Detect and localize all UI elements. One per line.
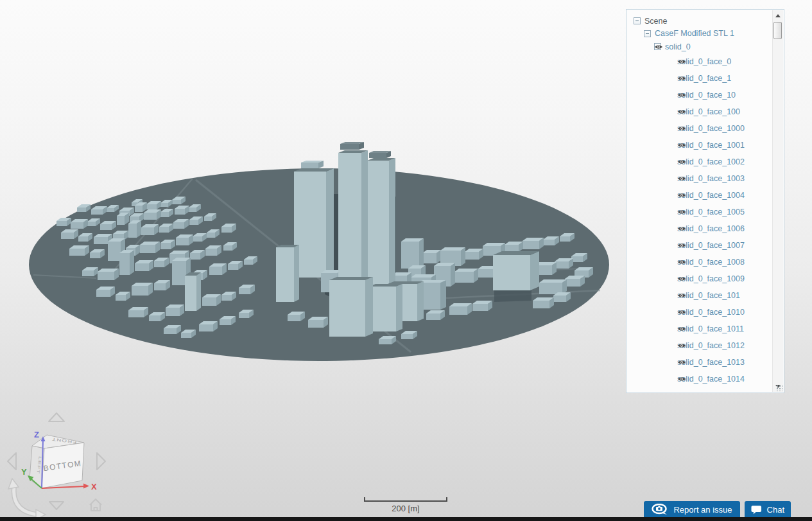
tree-item-model[interactable]: CaseF Modified STL 1 (627, 27, 772, 40)
tree-item-label: solid_0_face_101 (677, 291, 740, 300)
scale-bar-label: 200 [m] (364, 504, 447, 513)
tree-item-label: CaseF Modified STL 1 (655, 29, 734, 38)
application-window: Scene CaseF Modified STL 1 solid_0 solid… (0, 0, 812, 521)
window-bottom-edge (0, 517, 812, 521)
tree-item-label: solid_0_face_1008 (677, 258, 745, 267)
eye-icon[interactable] (654, 44, 663, 50)
eye-icon[interactable] (677, 376, 686, 382)
eye-icon[interactable] (677, 326, 686, 332)
chat-button[interactable]: Chat (745, 501, 791, 518)
home-icon[interactable] (90, 499, 101, 511)
tree-item-face[interactable]: solid_0_face_1009 (627, 270, 772, 287)
tree-item-label: solid_0_face_1006 (677, 224, 745, 233)
rotate-up-arrow[interactable] (49, 413, 64, 421)
y-axis-label: Y (21, 467, 27, 477)
tree-item-face[interactable]: solid_0_face_1007 (627, 237, 772, 254)
tree-item-label: solid_0_face_1003 (677, 174, 745, 183)
eye-icon[interactable] (677, 125, 686, 132)
tree-item-face[interactable]: solid_0_face_1005 (627, 204, 772, 220)
z-axis-label: Z (34, 430, 39, 439)
tree-item-face[interactable]: solid_0_face_10 (627, 87, 772, 103)
tree-item-face[interactable]: solid_0_face_1012 (627, 337, 772, 354)
scale-bar-line (364, 497, 447, 502)
eye-icon[interactable] (677, 159, 686, 165)
tree-item-label: solid_0_face_1004 (677, 191, 745, 200)
eye-icon[interactable] (677, 209, 686, 215)
collapse-icon[interactable] (644, 30, 651, 37)
eye-icon[interactable] (677, 225, 686, 232)
scrollbar-thumb[interactable] (773, 22, 782, 39)
eye-icon[interactable] (677, 276, 686, 282)
camera-bubble-icon (652, 504, 668, 515)
tree-item-label: solid_0_face_1007 (677, 241, 745, 250)
tree-item-label: solid_0_face_1000 (677, 124, 745, 133)
tree-item-label: solid_0_face_100 (677, 107, 740, 116)
eye-icon[interactable] (677, 292, 686, 299)
tree-item-face[interactable]: solid_0_face_1015 (627, 387, 772, 392)
report-issue-button[interactable]: Report an issue (644, 501, 740, 518)
eye-icon[interactable] (677, 259, 686, 265)
eye-icon[interactable] (677, 58, 686, 65)
tree-item-label: solid_0_face_1011 (677, 324, 744, 333)
eye-icon[interactable] (677, 75, 686, 82)
tree-item-label: solid_0_face_1002 (677, 157, 745, 166)
eye-icon[interactable] (677, 342, 686, 349)
report-issue-label: Report an issue (673, 505, 732, 515)
scene-tree: Scene CaseF Modified STL 1 solid_0 solid… (627, 10, 772, 392)
tree-item-label: solid_0_face_1010 (677, 308, 745, 317)
tree-item-scene[interactable]: Scene (627, 15, 772, 27)
eye-icon[interactable] (677, 242, 686, 249)
rotate-right-arrow[interactable] (97, 453, 105, 470)
arrow-up-icon (775, 14, 781, 17)
chat-bubble-icon (751, 505, 762, 515)
tree-item-label: solid_0_face_1013 (677, 358, 745, 367)
panel-resize-grip[interactable] (775, 384, 782, 391)
collapse-icon[interactable] (634, 17, 641, 24)
x-axis-arrowhead (83, 484, 89, 489)
roll-arrowhead-top (8, 479, 19, 489)
tree-item-face[interactable]: solid_0_face_1011 (627, 321, 772, 337)
tree-item-label: solid_0_face_1005 (677, 208, 745, 216)
tree-item-face[interactable]: solid_0_face_1006 (627, 220, 772, 237)
eye-icon[interactable] (677, 309, 686, 315)
tree-item-label: solid_0_face_1001 (677, 141, 745, 150)
tree-item-face[interactable]: solid_0_face_1010 (627, 304, 772, 321)
tree-item-label: solid_0_face_1014 (677, 375, 745, 384)
tree-item-face[interactable]: solid_0_face_1013 (627, 354, 772, 371)
tree-item-label: solid_0_face_1009 (677, 274, 745, 283)
eye-icon[interactable] (677, 359, 686, 366)
scale-bar: 200 [m] (364, 497, 447, 513)
tree-item-face[interactable]: solid_0_face_1003 (627, 170, 772, 187)
tree-item-face[interactable]: solid_0_face_100 (627, 103, 772, 120)
tree-item-solid[interactable]: solid_0 (627, 40, 772, 53)
eye-icon[interactable] (677, 142, 686, 148)
eye-icon[interactable] (677, 192, 686, 199)
tree-item-face[interactable]: solid_0_face_101 (627, 287, 772, 304)
rotate-down-arrow[interactable] (49, 502, 64, 509)
tree-item-face[interactable]: solid_0_face_1 (627, 70, 772, 87)
scroll-up-button[interactable] (773, 10, 783, 21)
view-cube-widget: BOTTOM FRONT LEFT X Y Z (0, 398, 116, 521)
tree-item-label: solid_0_face_1012 (677, 341, 745, 350)
tree-item-face[interactable]: solid_0_face_1008 (627, 254, 772, 270)
chat-label: Chat (767, 505, 784, 515)
tree-item-face[interactable]: solid_0_face_1014 (627, 371, 772, 387)
eye-icon[interactable] (677, 109, 686, 115)
eye-icon[interactable] (677, 92, 686, 98)
tree-item-label: Scene (644, 17, 667, 26)
eye-icon[interactable] (677, 175, 686, 182)
tree-item-face[interactable]: solid_0_face_1002 (627, 154, 772, 170)
tree-item-label: solid_0_face_1015 (677, 391, 745, 392)
tree-item-label: solid_0 (665, 42, 691, 51)
x-axis-label: X (91, 482, 97, 491)
scene-tree-panel: Scene CaseF Modified STL 1 solid_0 solid… (626, 9, 784, 393)
tree-item-face[interactable]: solid_0_face_0 (627, 53, 772, 70)
rotate-left-arrow[interactable] (8, 453, 16, 470)
tree-scrollbar[interactable] (772, 10, 783, 392)
tree-item-face[interactable]: solid_0_face_1000 (627, 120, 772, 137)
tree-item-face[interactable]: solid_0_face_1004 (627, 187, 772, 204)
tree-item-face[interactable]: solid_0_face_1001 (627, 137, 772, 154)
